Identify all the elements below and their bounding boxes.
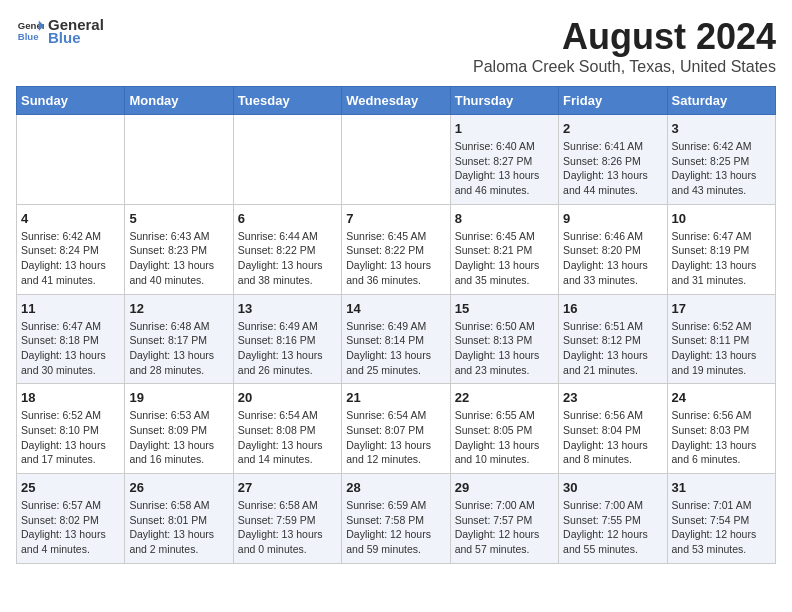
day-info: Sunrise: 6:50 AM Sunset: 8:13 PM Dayligh…: [455, 319, 554, 378]
calendar-cell: 15Sunrise: 6:50 AM Sunset: 8:13 PM Dayli…: [450, 294, 558, 384]
day-number: 29: [455, 480, 554, 495]
calendar-cell: 17Sunrise: 6:52 AM Sunset: 8:11 PM Dayli…: [667, 294, 775, 384]
day-number: 2: [563, 121, 662, 136]
calendar-cell: [17, 115, 125, 205]
weekday-header-row: SundayMondayTuesdayWednesdayThursdayFrid…: [17, 87, 776, 115]
day-number: 25: [21, 480, 120, 495]
calendar-cell: 11Sunrise: 6:47 AM Sunset: 8:18 PM Dayli…: [17, 294, 125, 384]
day-number: 5: [129, 211, 228, 226]
calendar-cell: 10Sunrise: 6:47 AM Sunset: 8:19 PM Dayli…: [667, 204, 775, 294]
day-number: 10: [672, 211, 771, 226]
day-info: Sunrise: 7:01 AM Sunset: 7:54 PM Dayligh…: [672, 498, 771, 557]
calendar-cell: 5Sunrise: 6:43 AM Sunset: 8:23 PM Daylig…: [125, 204, 233, 294]
day-info: Sunrise: 6:41 AM Sunset: 8:26 PM Dayligh…: [563, 139, 662, 198]
calendar-table: SundayMondayTuesdayWednesdayThursdayFrid…: [16, 86, 776, 564]
weekday-header-wednesday: Wednesday: [342, 87, 450, 115]
calendar-cell: 28Sunrise: 6:59 AM Sunset: 7:58 PM Dayli…: [342, 474, 450, 564]
day-info: Sunrise: 6:54 AM Sunset: 8:07 PM Dayligh…: [346, 408, 445, 467]
day-number: 8: [455, 211, 554, 226]
calendar-cell: 13Sunrise: 6:49 AM Sunset: 8:16 PM Dayli…: [233, 294, 341, 384]
calendar-cell: 19Sunrise: 6:53 AM Sunset: 8:09 PM Dayli…: [125, 384, 233, 474]
calendar-cell: 25Sunrise: 6:57 AM Sunset: 8:02 PM Dayli…: [17, 474, 125, 564]
day-number: 30: [563, 480, 662, 495]
calendar-cell: 9Sunrise: 6:46 AM Sunset: 8:20 PM Daylig…: [559, 204, 667, 294]
week-row-4: 18Sunrise: 6:52 AM Sunset: 8:10 PM Dayli…: [17, 384, 776, 474]
calendar-cell: 2Sunrise: 6:41 AM Sunset: 8:26 PM Daylig…: [559, 115, 667, 205]
day-number: 27: [238, 480, 337, 495]
calendar-cell: 1Sunrise: 6:40 AM Sunset: 8:27 PM Daylig…: [450, 115, 558, 205]
day-number: 13: [238, 301, 337, 316]
day-number: 28: [346, 480, 445, 495]
week-row-1: 1Sunrise: 6:40 AM Sunset: 8:27 PM Daylig…: [17, 115, 776, 205]
day-info: Sunrise: 6:46 AM Sunset: 8:20 PM Dayligh…: [563, 229, 662, 288]
day-info: Sunrise: 6:45 AM Sunset: 8:21 PM Dayligh…: [455, 229, 554, 288]
day-info: Sunrise: 7:00 AM Sunset: 7:55 PM Dayligh…: [563, 498, 662, 557]
calendar-cell: [342, 115, 450, 205]
day-number: 18: [21, 390, 120, 405]
day-info: Sunrise: 6:47 AM Sunset: 8:19 PM Dayligh…: [672, 229, 771, 288]
weekday-header-thursday: Thursday: [450, 87, 558, 115]
weekday-header-sunday: Sunday: [17, 87, 125, 115]
weekday-header-saturday: Saturday: [667, 87, 775, 115]
day-info: Sunrise: 6:40 AM Sunset: 8:27 PM Dayligh…: [455, 139, 554, 198]
day-number: 12: [129, 301, 228, 316]
calendar-cell: 6Sunrise: 6:44 AM Sunset: 8:22 PM Daylig…: [233, 204, 341, 294]
week-row-5: 25Sunrise: 6:57 AM Sunset: 8:02 PM Dayli…: [17, 474, 776, 564]
weekday-header-monday: Monday: [125, 87, 233, 115]
day-info: Sunrise: 6:43 AM Sunset: 8:23 PM Dayligh…: [129, 229, 228, 288]
calendar-cell: 31Sunrise: 7:01 AM Sunset: 7:54 PM Dayli…: [667, 474, 775, 564]
main-title: August 2024: [473, 16, 776, 58]
day-info: Sunrise: 6:52 AM Sunset: 8:11 PM Dayligh…: [672, 319, 771, 378]
day-info: Sunrise: 6:45 AM Sunset: 8:22 PM Dayligh…: [346, 229, 445, 288]
day-info: Sunrise: 6:57 AM Sunset: 8:02 PM Dayligh…: [21, 498, 120, 557]
calendar-cell: 12Sunrise: 6:48 AM Sunset: 8:17 PM Dayli…: [125, 294, 233, 384]
day-info: Sunrise: 6:42 AM Sunset: 8:24 PM Dayligh…: [21, 229, 120, 288]
calendar-cell: 20Sunrise: 6:54 AM Sunset: 8:08 PM Dayli…: [233, 384, 341, 474]
day-number: 21: [346, 390, 445, 405]
logo-icon: General Blue: [16, 17, 44, 45]
calendar-cell: 16Sunrise: 6:51 AM Sunset: 8:12 PM Dayli…: [559, 294, 667, 384]
day-number: 7: [346, 211, 445, 226]
day-number: 6: [238, 211, 337, 226]
calendar-cell: 7Sunrise: 6:45 AM Sunset: 8:22 PM Daylig…: [342, 204, 450, 294]
calendar-cell: [233, 115, 341, 205]
day-info: Sunrise: 6:49 AM Sunset: 8:16 PM Dayligh…: [238, 319, 337, 378]
header: General Blue General Blue August 2024 Pa…: [16, 16, 776, 76]
calendar-cell: [125, 115, 233, 205]
day-number: 26: [129, 480, 228, 495]
day-info: Sunrise: 6:58 AM Sunset: 7:59 PM Dayligh…: [238, 498, 337, 557]
calendar-cell: 23Sunrise: 6:56 AM Sunset: 8:04 PM Dayli…: [559, 384, 667, 474]
day-info: Sunrise: 6:54 AM Sunset: 8:08 PM Dayligh…: [238, 408, 337, 467]
day-info: Sunrise: 6:52 AM Sunset: 8:10 PM Dayligh…: [21, 408, 120, 467]
day-number: 19: [129, 390, 228, 405]
day-number: 31: [672, 480, 771, 495]
calendar-cell: 27Sunrise: 6:58 AM Sunset: 7:59 PM Dayli…: [233, 474, 341, 564]
logo: General Blue General Blue: [16, 16, 104, 46]
calendar-cell: 14Sunrise: 6:49 AM Sunset: 8:14 PM Dayli…: [342, 294, 450, 384]
day-info: Sunrise: 6:51 AM Sunset: 8:12 PM Dayligh…: [563, 319, 662, 378]
day-info: Sunrise: 6:58 AM Sunset: 8:01 PM Dayligh…: [129, 498, 228, 557]
day-number: 24: [672, 390, 771, 405]
day-number: 17: [672, 301, 771, 316]
calendar-cell: 4Sunrise: 6:42 AM Sunset: 8:24 PM Daylig…: [17, 204, 125, 294]
day-number: 1: [455, 121, 554, 136]
calendar-cell: 3Sunrise: 6:42 AM Sunset: 8:25 PM Daylig…: [667, 115, 775, 205]
weekday-header-tuesday: Tuesday: [233, 87, 341, 115]
day-info: Sunrise: 6:56 AM Sunset: 8:03 PM Dayligh…: [672, 408, 771, 467]
day-info: Sunrise: 6:47 AM Sunset: 8:18 PM Dayligh…: [21, 319, 120, 378]
day-number: 16: [563, 301, 662, 316]
week-row-2: 4Sunrise: 6:42 AM Sunset: 8:24 PM Daylig…: [17, 204, 776, 294]
day-number: 22: [455, 390, 554, 405]
calendar-cell: 21Sunrise: 6:54 AM Sunset: 8:07 PM Dayli…: [342, 384, 450, 474]
day-number: 14: [346, 301, 445, 316]
calendar-cell: 30Sunrise: 7:00 AM Sunset: 7:55 PM Dayli…: [559, 474, 667, 564]
title-area: August 2024 Paloma Creek South, Texas, U…: [473, 16, 776, 76]
weekday-header-friday: Friday: [559, 87, 667, 115]
day-info: Sunrise: 6:55 AM Sunset: 8:05 PM Dayligh…: [455, 408, 554, 467]
calendar-cell: 22Sunrise: 6:55 AM Sunset: 8:05 PM Dayli…: [450, 384, 558, 474]
svg-text:Blue: Blue: [18, 31, 39, 42]
calendar-cell: 24Sunrise: 6:56 AM Sunset: 8:03 PM Dayli…: [667, 384, 775, 474]
day-number: 9: [563, 211, 662, 226]
day-info: Sunrise: 6:59 AM Sunset: 7:58 PM Dayligh…: [346, 498, 445, 557]
day-info: Sunrise: 6:53 AM Sunset: 8:09 PM Dayligh…: [129, 408, 228, 467]
